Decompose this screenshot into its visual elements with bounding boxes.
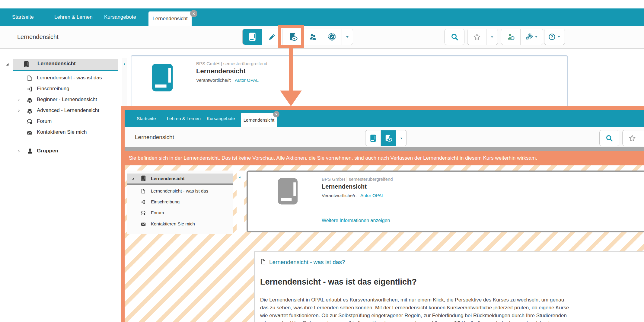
search-button[interactable]	[445, 29, 464, 45]
tab-lernendensicht-active[interactable]: Lernendensicht	[148, 11, 192, 26]
tab-kursangebote[interactable]: Kursangebote	[104, 8, 136, 26]
chat-icon	[141, 210, 146, 216]
profile-button[interactable]	[501, 29, 520, 45]
bookmark-button[interactable]	[623, 130, 642, 146]
close-tab-button[interactable]: ×	[190, 10, 197, 17]
course-responsible-link[interactable]: Autor OPAL	[360, 193, 384, 198]
toolbar-more-button[interactable]	[342, 29, 353, 45]
course-book-icon	[147, 61, 177, 94]
tree-item-lernendensicht[interactable]: Lernendensicht	[37, 61, 76, 67]
paragraph-line: das zu sehen, was ihre Lernenden sehen k…	[260, 304, 644, 312]
tree-item-gruppen[interactable]: Gruppen	[37, 148, 58, 154]
person-globe-icon	[507, 33, 515, 41]
tree-caret-expanded-icon[interactable]	[5, 62, 9, 66]
tab-lehren-lernen[interactable]: Lehren & Lernen	[54, 8, 93, 26]
course-responsible-label: Verantwortliche/r:	[196, 78, 231, 83]
tree-item-forum[interactable]: Forum	[151, 210, 164, 215]
course-meta: BPS GmbH | semesterübergreifend	[322, 177, 393, 182]
tree-item-forum[interactable]: Forum	[37, 118, 52, 124]
content-section-title: Lernendensicht - was ist das?	[269, 259, 345, 266]
tree-item-einschreibung[interactable]: Einschreibung	[37, 86, 69, 92]
toolbar-more-button[interactable]	[396, 130, 406, 146]
screen: Startseite Lehren & Lernen Kursangebote …	[0, 0, 644, 322]
search-button-group	[599, 130, 619, 146]
book-icon	[248, 32, 257, 41]
learner-view-window: Startseite Lehren & Lernen Kursangebote …	[121, 106, 644, 322]
tree-item-was-ist-das[interactable]: Lernendensicht - was ist das	[37, 75, 102, 81]
tab-startseite[interactable]: Startseite	[12, 8, 34, 26]
caret-down-icon	[534, 35, 538, 39]
enrol-icon	[27, 86, 33, 92]
tab-lehren-lernen[interactable]: Lehren & Lernen	[167, 110, 201, 127]
course-view-button[interactable]	[365, 130, 381, 146]
bookmark-button-group	[622, 130, 644, 146]
page-icon	[27, 75, 33, 81]
learner-view-button[interactable]	[381, 130, 396, 146]
more-info-link[interactable]: Weitere Informationen anzeigen	[322, 218, 390, 223]
caret-down-icon	[557, 35, 561, 39]
participants-button[interactable]	[304, 29, 322, 45]
main-nav-bar: Startseite Lehren & Lernen Kursangebote …	[0, 8, 644, 26]
course-responsible-label: Verantwortliche/r:	[322, 193, 357, 198]
book-icon	[369, 134, 377, 142]
star-icon	[628, 134, 636, 142]
tree-item-kontaktieren[interactable]: Kontaktieren Sie mich	[37, 129, 87, 135]
settings-button[interactable]	[520, 29, 543, 45]
tree-item-kontaktieren[interactable]: Kontaktieren Sie mich	[151, 221, 195, 226]
page-icon	[260, 258, 266, 265]
page-icon	[141, 189, 146, 194]
tree-item-was-ist-das[interactable]: Lernendensicht - was ist das	[151, 188, 208, 193]
layers-icon	[27, 108, 33, 114]
caret-down-icon	[399, 136, 403, 140]
course-responsible-link[interactable]: Autor OPAL	[235, 78, 259, 83]
course-tree: Lernendensicht Lernendensicht - was ist …	[0, 59, 121, 158]
star-icon	[473, 33, 481, 41]
enrol-icon	[141, 199, 146, 205]
tree-splitter[interactable]	[122, 58, 127, 107]
page-title: Lernendensicht	[135, 127, 174, 147]
search-button[interactable]	[600, 130, 619, 146]
tree-item-einschreibung[interactable]: Einschreibung	[151, 199, 180, 204]
envelope-icon	[27, 129, 33, 136]
tree-item-beginner[interactable]: Beginner - Lernendensicht	[37, 97, 97, 103]
course-tree: Lernendensicht Lernendensicht - was ist …	[127, 171, 233, 234]
tree-selection-underline	[127, 183, 233, 185]
tab-startseite[interactable]: Startseite	[137, 110, 156, 127]
caret-down-icon	[345, 34, 350, 39]
tree-caret-expanded-icon[interactable]	[131, 177, 135, 180]
course-title: Lernendensicht	[196, 67, 246, 75]
arrow-stem	[289, 48, 293, 91]
bookmark-caret-button[interactable]	[642, 130, 644, 146]
search-button-group	[445, 29, 464, 45]
page-title: Lernendensicht	[17, 26, 59, 48]
collapse-panel-icon[interactable]	[123, 62, 126, 66]
highlight-box	[278, 25, 304, 48]
person-icon	[27, 148, 33, 155]
tree-caret-collapsed-icon[interactable]	[17, 149, 21, 153]
bookmark-button-group	[467, 29, 498, 45]
learner-view-divider	[125, 147, 644, 151]
people-icon	[309, 33, 317, 41]
paragraph-line: wie erwartet funktionieren. Ob zur Selbs…	[260, 312, 644, 320]
tree-caret-collapsed-icon[interactable]	[17, 98, 21, 102]
main-nav-bar: Startseite Lehren & Lernen Kursangebote …	[125, 110, 644, 127]
profile-settings-group	[501, 29, 543, 45]
collapse-panel-icon[interactable]	[238, 176, 241, 179]
tree-item-advanced[interactable]: Advanced - Lernendensicht	[37, 107, 99, 113]
tree-splitter[interactable]	[237, 171, 244, 233]
tree-selection-underline	[13, 70, 118, 71]
tree-caret-collapsed-icon[interactable]	[17, 109, 21, 113]
course-meta: BPS GmbH | semesterübergreifend	[196, 61, 267, 66]
tab-kursangebote[interactable]: Kursangebote	[207, 110, 235, 127]
layers-icon	[27, 97, 33, 103]
tab-lernendensicht-active[interactable]: Lernendensicht	[241, 113, 277, 127]
close-tab-button[interactable]: ×	[273, 111, 279, 117]
bookmark-caret-button[interactable]	[486, 29, 498, 45]
help-button[interactable]	[544, 29, 565, 45]
caret-down-icon	[490, 35, 494, 39]
course-view-button[interactable]	[243, 29, 262, 45]
tree-item-lernendensicht[interactable]: Lernendensicht	[151, 176, 185, 181]
course-title: Lernendensicht	[322, 183, 367, 190]
bookmark-button[interactable]	[467, 29, 486, 45]
quality-badge-button[interactable]	[322, 29, 342, 45]
